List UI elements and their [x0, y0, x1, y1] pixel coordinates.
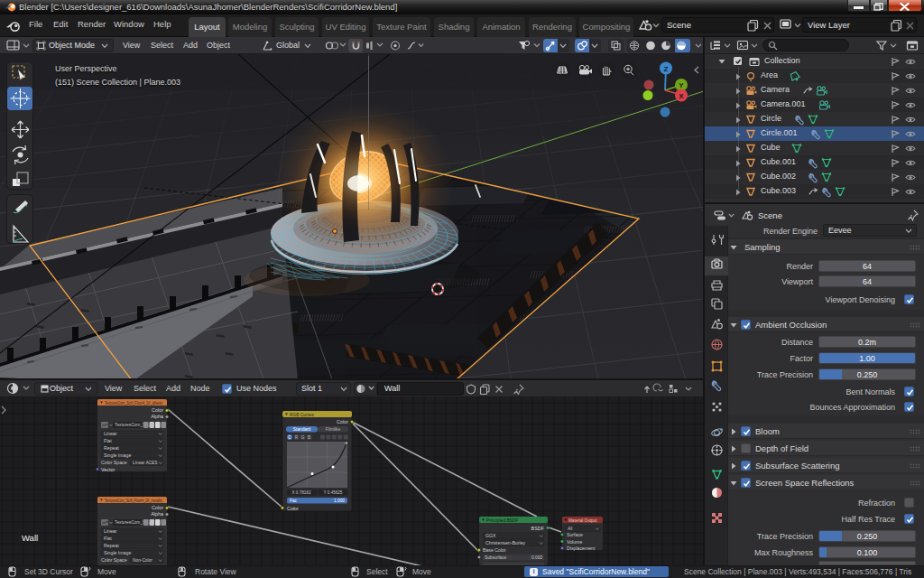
svg-text:TexturesCom_Scifi_Floor4_1K_me: TexturesCom_Scifi_Floor4_1K_metallic — [105, 499, 163, 503]
svg-text:Surface: Surface — [567, 532, 583, 537]
svg-text:Christensen-Burley: Christensen-Burley — [485, 540, 526, 545]
svg-text:B: B — [308, 435, 310, 440]
svg-text:Linear ACES: Linear ACES — [133, 461, 157, 465]
svg-text:TexturesCom_Scifi_Floor4_1K_al: TexturesCom_Scifi_Floor4_1K_albedo — [105, 401, 162, 406]
svg-text:0.000: 0.000 — [531, 555, 542, 560]
svg-text:1.000: 1.000 — [334, 499, 345, 503]
svg-text:Linear: Linear — [104, 431, 117, 436]
svg-text:Alpha: Alpha — [151, 511, 163, 517]
svg-text:Y 0.45625: Y 0.45625 — [324, 490, 343, 495]
svg-text:Flat: Flat — [104, 536, 112, 541]
svg-text:Wall: Wall — [22, 533, 38, 543]
svg-text:RGB Curves: RGB Curves — [290, 413, 315, 417]
svg-text:Single Image: Single Image — [104, 550, 131, 555]
svg-text:Y: Y — [679, 81, 684, 89]
svg-text:Alpha: Alpha — [151, 414, 163, 419]
svg-text:GGX: GGX — [485, 533, 496, 538]
svg-text:G: G — [301, 435, 305, 440]
svg-text:Non-Color: Non-Color — [133, 558, 152, 563]
svg-text:All: All — [568, 527, 572, 531]
svg-text:Volume: Volume — [567, 539, 582, 545]
svg-text:Single Image: Single Image — [104, 452, 131, 458]
svg-text:Displacement: Displacement — [567, 545, 596, 551]
svg-text:Standard: Standard — [293, 427, 311, 432]
svg-text:Repeat: Repeat — [104, 445, 119, 451]
svg-text:Color Space: Color Space — [101, 460, 127, 465]
svg-text:Subsurface: Subsurface — [485, 555, 507, 560]
svg-text:Principled BSDF: Principled BSDF — [486, 518, 518, 523]
svg-text:Fac: Fac — [290, 499, 298, 503]
svg-text:Base Color: Base Color — [483, 547, 506, 553]
svg-text:Color: Color — [287, 506, 299, 511]
svg-text:BSDF: BSDF — [531, 526, 545, 531]
svg-text:X: X — [679, 92, 684, 100]
svg-text:Color Space: Color Space — [101, 557, 127, 563]
svg-text:Filmlike: Filmlike — [326, 427, 341, 432]
svg-text:Color: Color — [152, 505, 163, 510]
svg-text:Flat: Flat — [104, 438, 112, 443]
svg-text:Color: Color — [337, 419, 348, 424]
svg-text:Z: Z — [664, 65, 669, 73]
svg-text:Repeat: Repeat — [104, 543, 119, 548]
svg-text:Linear: Linear — [104, 528, 117, 534]
svg-text:Color: Color — [152, 407, 163, 413]
svg-text:X 0.78182: X 0.78182 — [292, 490, 311, 495]
svg-text:Vector: Vector — [101, 467, 115, 472]
svg-text:Material Output: Material Output — [568, 518, 597, 523]
